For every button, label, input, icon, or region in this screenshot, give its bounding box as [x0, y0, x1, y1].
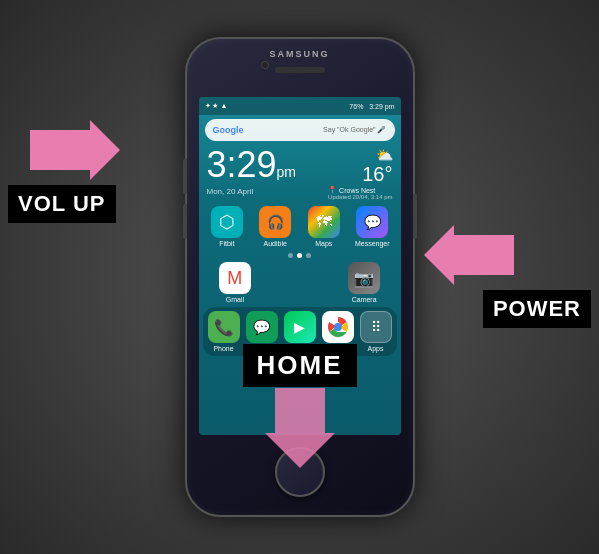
maps-label: Maps	[315, 240, 332, 247]
app-fitbit[interactable]: ⬡ Fitbit	[207, 206, 247, 247]
app-placeholder	[279, 262, 319, 303]
weather-section: ⛅ 16° 📍 Crows Nest Updated 20/04, 3:14 p…	[328, 147, 392, 200]
status-bar: ✦ ★ ▲ 76% 3:29 pm	[199, 97, 401, 115]
clock-date: Mon, 20 April	[207, 187, 297, 196]
app-maps[interactable]: 🗺 Maps	[304, 206, 344, 247]
fitbit-label: Fitbit	[219, 240, 234, 247]
speaker	[275, 67, 325, 73]
playstore-icon: ▶	[284, 311, 316, 343]
messenger-label: Messenger	[355, 240, 390, 247]
app-row-2: M Gmail 📷 Camera	[199, 260, 401, 305]
app-gmail[interactable]: M Gmail	[215, 262, 255, 303]
page-dots	[199, 251, 401, 260]
apps-label: Apps	[368, 345, 384, 352]
svg-marker-0	[30, 120, 120, 180]
clock-time: 3:29pm	[207, 147, 297, 183]
vol-up-arrow	[30, 120, 120, 184]
search-bar[interactable]: Google Say "Ok Google" 🎤	[205, 119, 395, 141]
messenger-icon: 💬	[356, 206, 388, 238]
app-row-1: ⬡ Fitbit 🎧 Audible 🗺 Maps 💬 Messenger	[199, 202, 401, 251]
chrome-icon	[322, 311, 354, 343]
weather-location: 📍 Crows Nest	[328, 186, 392, 194]
vol-up-label: VOL UP	[8, 185, 116, 223]
samsung-brand: SAMSUNG	[269, 49, 329, 59]
camera-label: Camera	[352, 296, 377, 303]
phone-label: Phone	[213, 345, 233, 352]
svg-point-5	[334, 324, 341, 331]
fitbit-icon: ⬡	[211, 206, 243, 238]
volume-up-button[interactable]	[183, 159, 187, 194]
weather-temp: 16°	[328, 163, 392, 186]
phone-icon: 📞	[208, 311, 240, 343]
audible-icon: 🎧	[259, 206, 291, 238]
dot-1	[288, 253, 293, 258]
weather-update: Updated 20/04, 3:14 pm	[328, 194, 392, 200]
status-icons: ✦ ★ ▲	[205, 102, 228, 110]
front-camera	[261, 61, 269, 69]
home-arrow	[265, 388, 335, 472]
app-camera[interactable]: 📷 Camera	[344, 262, 384, 303]
app-phone[interactable]: 📞 Phone	[205, 311, 243, 352]
power-button[interactable]	[413, 194, 417, 239]
apps-icon: ⠿	[360, 311, 392, 343]
power-label: POWER	[483, 290, 591, 328]
maps-icon: 🗺	[308, 206, 340, 238]
google-logo: Google	[213, 125, 244, 135]
home-label: HOME	[243, 344, 357, 387]
dot-2	[297, 253, 302, 258]
clock-weather-area: 3:29pm Mon, 20 April ⛅ 16° 📍 Crows Nest …	[199, 145, 401, 202]
gmail-icon: M	[219, 262, 251, 294]
audible-label: Audible	[264, 240, 287, 247]
app-messenger[interactable]: 💬 Messenger	[352, 206, 392, 247]
power-arrow	[424, 225, 514, 289]
camera-icon: 📷	[348, 262, 380, 294]
hangouts-icon: 💬	[246, 311, 278, 343]
app-audible[interactable]: 🎧 Audible	[255, 206, 295, 247]
svg-marker-1	[424, 225, 514, 285]
clock-section: 3:29pm Mon, 20 April	[207, 147, 297, 196]
svg-marker-2	[265, 388, 335, 468]
app-apps[interactable]: ⠿ Apps	[357, 311, 395, 352]
volume-down-button[interactable]	[183, 204, 187, 239]
weather-icon: ⛅	[328, 147, 392, 163]
battery-time: 76% 3:29 pm	[349, 103, 394, 110]
gmail-label: Gmail	[226, 296, 244, 303]
dot-3	[306, 253, 311, 258]
search-prompt: Say "Ok Google" 🎤	[323, 126, 386, 134]
